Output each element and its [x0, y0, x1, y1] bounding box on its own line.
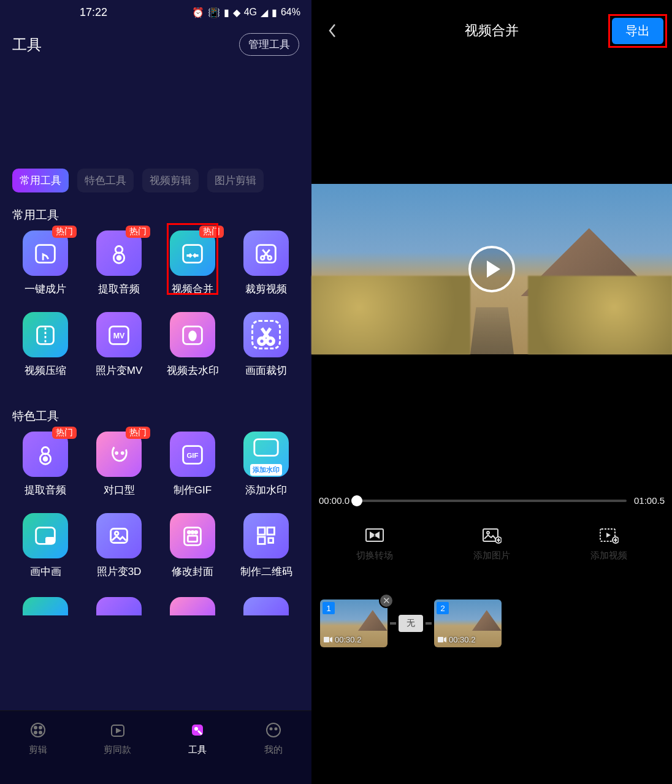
tool-label: 提取音频	[25, 483, 66, 497]
gif-icon: GIF	[170, 432, 215, 477]
timeline-bar: 00:00.0 01:00.5	[311, 495, 672, 506]
category-tabs: 常用工具 特色工具 视频剪辑 图片剪辑	[0, 169, 311, 192]
tool-extract-audio-2[interactable]: 热门 提取音频	[9, 432, 82, 497]
action-add-video[interactable]: 添加视频	[590, 527, 627, 561]
tool-label: 画面裁切	[245, 363, 287, 378]
remove-clip-button[interactable]: ✕	[379, 593, 394, 608]
compress-icon	[23, 312, 68, 357]
svg-rect-54	[438, 637, 443, 642]
clip-1-wrap: 1 00:30.2 ✕	[320, 599, 388, 647]
tool-remove-watermark[interactable]: 视频去水印	[156, 312, 229, 378]
seek-thumb[interactable]	[351, 495, 362, 506]
action-add-image[interactable]: 添加图片	[473, 527, 510, 561]
tool-trim-video[interactable]: 裁剪视频	[229, 230, 303, 296]
svg-text:MV: MV	[113, 332, 125, 340]
alarm-icon: ⏰	[192, 7, 204, 18]
export-button[interactable]: 导出	[612, 18, 663, 44]
action-transition[interactable]: 切换转场	[356, 527, 393, 561]
tool-label: 一键成片	[25, 282, 66, 296]
tool-label: 照片变3D	[97, 565, 142, 579]
tool-photo-mv[interactable]: MV 照片变MV	[82, 312, 156, 378]
speaker-icon: 热门	[23, 432, 68, 477]
tool-lipsync[interactable]: 热门 对口型	[82, 432, 156, 497]
cover-icon	[170, 513, 215, 558]
video-preview	[311, 184, 672, 354]
clip-duration: 00:30.2	[438, 635, 475, 644]
tool-more-4[interactable]	[229, 597, 303, 615]
clip-2-wrap: 2 00:30.2	[434, 599, 502, 647]
tool-pip[interactable]: 画中画	[9, 513, 82, 579]
tool-photo-3d[interactable]: 照片变3D	[82, 513, 156, 579]
status-icons: ⏰ 📳 ▮ ◆ 4G ◢ ▮ 64%	[192, 7, 300, 18]
vibrate-icon: 📳	[208, 7, 220, 18]
tool-label: 制作二维码	[240, 565, 292, 579]
preview-foreground	[528, 276, 672, 354]
tab-common[interactable]: 常用工具	[12, 169, 69, 192]
tool-more-3[interactable]	[156, 597, 229, 615]
tool-one-click[interactable]: 热门 一键成片	[9, 230, 82, 296]
svg-point-39	[34, 731, 37, 734]
svg-rect-33	[267, 528, 275, 535]
svg-point-43	[194, 727, 198, 731]
clip-2[interactable]: 2 00:30.2	[434, 599, 502, 647]
manage-tools-button[interactable]: 管理工具	[239, 33, 299, 56]
preview-road	[470, 307, 514, 354]
svg-rect-4	[183, 245, 202, 263]
editor-actions: 切换转场 添加图片 添加视频	[311, 527, 672, 561]
svg-rect-22	[254, 439, 278, 455]
tool-compress[interactable]: 视频压缩	[9, 312, 82, 378]
merge-editor-screen: 视频合并 导出 00:00.0 01:00.5 切换转场 添加图片 添加视频	[311, 0, 672, 784]
tool-label: 视频合并	[172, 282, 213, 296]
tool-crop[interactable]: 画面裁切	[229, 312, 303, 378]
tool-label: 对口型	[104, 483, 135, 497]
tab-image-edit[interactable]: 图片剪辑	[207, 169, 264, 192]
tool-make-gif[interactable]: GIF 制作GIF	[156, 432, 229, 497]
tool-make-qr[interactable]: 制作二维码	[229, 513, 303, 579]
face-icon: 热门	[96, 432, 142, 477]
time-total: 01:00.5	[634, 495, 665, 506]
svg-rect-31	[188, 536, 197, 542]
seek-track[interactable]	[357, 500, 627, 502]
clip-seq: 2	[437, 602, 449, 614]
clip-1[interactable]: 1 00:30.2	[320, 599, 388, 647]
back-button[interactable]	[320, 18, 345, 43]
scissors-icon	[243, 230, 289, 276]
play-button[interactable]	[468, 246, 515, 292]
nav-tools[interactable]: 工具	[187, 720, 208, 756]
photo-icon	[96, 513, 142, 558]
svg-rect-34	[258, 537, 265, 544]
time-current: 00:00.0	[319, 495, 349, 506]
special-tools-grid-cont	[0, 597, 311, 615]
svg-rect-24	[45, 537, 55, 544]
tool-label: 提取音频	[98, 282, 140, 296]
template-icon	[107, 720, 128, 740]
svg-point-29	[191, 531, 194, 533]
special-tools-grid: 热门 提取音频 热门 对口型 GIF 制作GIF 添加水印 添加水印	[0, 432, 311, 595]
tool-more-2[interactable]	[82, 597, 156, 615]
tool-label: 照片变MV	[96, 363, 143, 378]
nav-sametemplate[interactable]: 剪同款	[104, 720, 131, 756]
page-title: 工具	[12, 35, 42, 55]
tool-change-cover[interactable]: 修改封面	[156, 513, 229, 579]
tools-screen: 17:22 ⏰ 📳 ▮ ◆ 4G ◢ ▮ 64% 工具 管理工具 常用工具 特色…	[0, 0, 311, 784]
tool-add-watermark[interactable]: 添加水印 添加水印	[229, 432, 303, 497]
svg-point-46	[275, 728, 277, 730]
tool-label: 视频去水印	[167, 363, 219, 378]
transition-pill[interactable]: 无	[399, 615, 423, 632]
svg-point-38	[39, 726, 42, 729]
tool-label: 修改封面	[172, 565, 213, 579]
tool-label: 裁剪视频	[245, 282, 287, 296]
tool-extract-audio[interactable]: 热门 提取音频	[82, 230, 156, 296]
nav-me[interactable]: 我的	[263, 720, 284, 756]
tool-video-merge[interactable]: 热门 视频合并	[156, 230, 229, 296]
network-label: 4G	[244, 7, 257, 18]
tool-more-1[interactable]	[9, 597, 82, 615]
dewatermark-icon	[170, 312, 215, 357]
pip-icon	[23, 513, 68, 558]
tab-special[interactable]: 特色工具	[77, 169, 134, 192]
tab-video-edit[interactable]: 视频剪辑	[142, 169, 199, 192]
svg-point-30	[195, 531, 197, 533]
action-label: 添加视频	[590, 550, 627, 561]
svg-point-17	[44, 457, 47, 461]
nav-edit[interactable]: 剪辑	[28, 720, 48, 756]
